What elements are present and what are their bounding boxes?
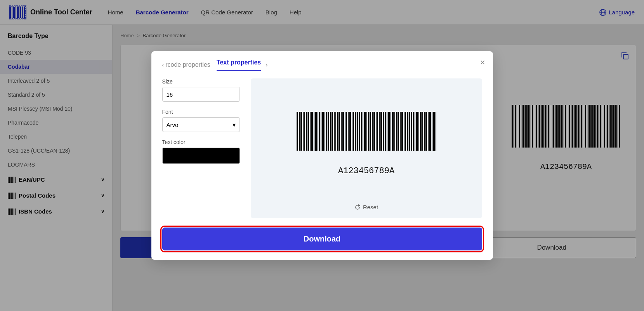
- size-input-spinner: ▲ ▼: [162, 87, 240, 102]
- modal-close-button[interactable]: ×: [480, 57, 485, 68]
- svg-rect-125: [322, 112, 324, 151]
- svg-rect-167: [400, 112, 401, 151]
- svg-rect-171: [407, 112, 408, 151]
- modal-overlay: ‹ rcode properties Text properties › × S…: [0, 0, 644, 311]
- svg-marker-187: [358, 205, 360, 206]
- svg-rect-172: [409, 112, 410, 151]
- modal-footer: Download: [151, 228, 493, 260]
- svg-rect-184: [432, 112, 432, 151]
- svg-rect-169: [404, 112, 404, 151]
- svg-rect-142: [353, 112, 354, 151]
- svg-rect-158: [383, 112, 384, 151]
- modal: ‹ rcode properties Text properties › × S…: [151, 51, 493, 260]
- svg-rect-168: [401, 112, 403, 151]
- svg-rect-161: [388, 112, 390, 151]
- svg-rect-145: [359, 112, 360, 151]
- svg-rect-111: [297, 112, 298, 151]
- svg-rect-156: [379, 112, 380, 151]
- svg-rect-163: [392, 112, 394, 151]
- svg-rect-176: [416, 112, 418, 151]
- svg-rect-113: [300, 112, 302, 151]
- svg-rect-151: [370, 112, 371, 151]
- svg-rect-134: [338, 112, 340, 151]
- svg-rect-115: [304, 112, 305, 151]
- svg-rect-183: [429, 112, 431, 151]
- svg-rect-162: [391, 112, 391, 151]
- svg-rect-164: [394, 112, 395, 151]
- svg-rect-112: [299, 112, 300, 151]
- modal-tab-next[interactable]: ›: [266, 61, 267, 68]
- svg-rect-159: [385, 112, 386, 151]
- barcode-preview-wrap: A123456789A: [297, 88, 436, 200]
- svg-rect-173: [411, 112, 412, 151]
- size-input[interactable]: [163, 87, 240, 101]
- svg-rect-120: [314, 112, 314, 151]
- chevron-left-icon: ‹: [162, 62, 164, 68]
- svg-rect-141: [352, 112, 352, 151]
- text-color-label: Text color: [162, 139, 240, 145]
- chevron-right-icon: ›: [266, 61, 267, 68]
- svg-rect-185: [433, 112, 435, 151]
- svg-rect-186: [436, 112, 436, 151]
- svg-rect-146: [361, 112, 362, 151]
- font-select[interactable]: Arvo Arial Courier New Helvetica Times N…: [167, 122, 233, 128]
- svg-rect-147: [363, 112, 363, 151]
- svg-rect-181: [425, 112, 427, 151]
- download-button-modal[interactable]: Download: [162, 228, 482, 250]
- svg-rect-160: [387, 112, 387, 151]
- svg-rect-122: [318, 112, 318, 151]
- form-group-size: Size ▲ ▼: [162, 78, 240, 102]
- svg-rect-131: [334, 112, 335, 151]
- svg-rect-132: [335, 112, 336, 151]
- svg-rect-180: [424, 112, 425, 151]
- svg-rect-139: [348, 112, 349, 151]
- svg-rect-154: [376, 112, 377, 151]
- svg-rect-149: [366, 112, 367, 151]
- select-chevron-icon: ▾: [233, 121, 236, 129]
- barcode-image-preview: [297, 112, 436, 162]
- svg-rect-152: [372, 112, 373, 151]
- svg-rect-124: [321, 112, 321, 151]
- svg-rect-165: [396, 112, 397, 151]
- modal-barcode-preview: A123456789A Reset: [251, 78, 482, 218]
- svg-rect-143: [355, 112, 356, 151]
- svg-rect-126: [325, 112, 325, 151]
- reset-button[interactable]: Reset: [354, 204, 378, 210]
- svg-rect-178: [420, 112, 422, 151]
- svg-rect-175: [415, 112, 415, 151]
- svg-rect-127: [326, 112, 327, 151]
- modal-body: Size ▲ ▼ Font Arvo Ar: [151, 71, 493, 228]
- svg-rect-174: [413, 112, 414, 151]
- svg-rect-140: [349, 112, 351, 151]
- svg-rect-119: [311, 112, 313, 151]
- modal-tab-prev[interactable]: ‹ rcode properties: [162, 61, 210, 68]
- reset-label: Reset: [363, 204, 378, 210]
- svg-rect-128: [328, 112, 329, 151]
- modal-tab-text-properties[interactable]: Text properties: [217, 59, 261, 71]
- svg-rect-129: [330, 112, 331, 151]
- svg-rect-148: [364, 112, 366, 151]
- svg-rect-114: [303, 112, 304, 151]
- size-label: Size: [162, 78, 240, 85]
- svg-rect-170: [405, 112, 406, 151]
- form-group-text-color: Text color: [162, 139, 240, 164]
- font-select-wrap[interactable]: Arvo Arial Courier New Helvetica Times N…: [162, 117, 240, 132]
- reset-icon: [354, 204, 361, 210]
- svg-rect-153: [373, 112, 375, 151]
- svg-rect-116: [306, 112, 307, 151]
- modal-form: Size ▲ ▼ Font Arvo Ar: [162, 78, 240, 218]
- svg-rect-182: [428, 112, 429, 151]
- svg-rect-133: [337, 112, 338, 151]
- svg-rect-150: [368, 112, 369, 151]
- svg-rect-138: [346, 112, 347, 151]
- svg-rect-135: [341, 112, 342, 151]
- svg-rect-121: [315, 112, 317, 151]
- modal-header: ‹ rcode properties Text properties › ×: [151, 51, 493, 71]
- svg-rect-177: [418, 112, 419, 151]
- text-color-swatch[interactable]: [162, 148, 240, 164]
- svg-rect-137: [345, 112, 345, 151]
- svg-rect-155: [377, 112, 378, 151]
- svg-rect-136: [342, 112, 344, 151]
- form-group-font: Font Arvo Arial Courier New Helvetica Ti…: [162, 109, 240, 132]
- svg-rect-144: [357, 112, 358, 151]
